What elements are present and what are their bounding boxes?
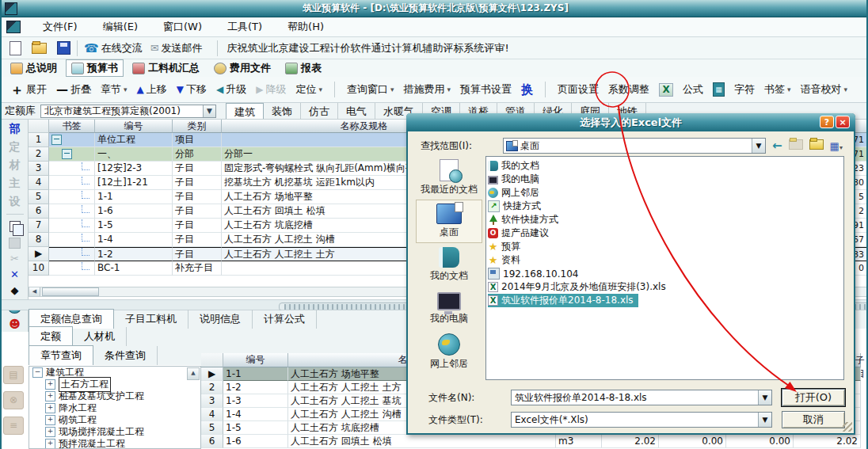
- file-type-select[interactable]: Excel文件(*.Xls) ▼: [511, 412, 772, 428]
- rail-tab-bu[interactable]: 部: [10, 120, 21, 138]
- look-in-select[interactable]: 桌面 ▼: [503, 138, 766, 154]
- locate-dropdown[interactable]: 定位▾: [291, 80, 326, 99]
- resize-grip[interactable]: [843, 422, 852, 432]
- views-icon[interactable]: ▦▾: [830, 140, 843, 152]
- page-setup-button[interactable]: 页面设置: [554, 80, 603, 99]
- report-button[interactable]: 报表: [280, 59, 327, 77]
- new-file-icon[interactable]: [10, 41, 21, 55]
- scroll-up-icon[interactable]: ▲: [187, 367, 200, 380]
- copy-icon[interactable]: [10, 221, 21, 232]
- tree-collapse-icon[interactable]: [51, 135, 62, 145]
- query-window-dropdown[interactable]: 查询窗口▾: [343, 80, 398, 99]
- place-my-documents[interactable]: 我的文档: [416, 243, 482, 287]
- chevron-down-icon[interactable]: ▼: [203, 105, 215, 117]
- tab-quota[interactable]: 定额: [29, 326, 73, 346]
- open-file-icon[interactable]: [32, 43, 47, 54]
- col-code[interactable]: 编号: [223, 353, 288, 367]
- collapse-button[interactable]: —折叠: [52, 80, 95, 99]
- character-label[interactable]: 字符: [730, 80, 759, 99]
- place-my-computer[interactable]: 我的电脑: [416, 287, 482, 330]
- chevron-down-icon[interactable]: ▼: [758, 390, 771, 405]
- col-category[interactable]: 类别: [173, 120, 222, 133]
- current-row-marker[interactable]: ▶: [201, 367, 223, 381]
- help-button[interactable]: ?: [820, 116, 834, 128]
- tab-description[interactable]: 说明信息: [188, 310, 253, 329]
- rail-tab-ding[interactable]: 定: [10, 138, 21, 156]
- file-item-selected[interactable]: X筑业软件报价单2014-8-18.xls: [488, 294, 638, 307]
- tab-jianzhu[interactable]: 建筑: [226, 103, 264, 119]
- table-row[interactable]: 6 1-6 人工土石方 回填土 松填 m3 2.02 0.00 0.00 2.0…: [201, 435, 868, 448]
- formula-button[interactable]: 公式: [679, 80, 707, 99]
- tree-collapse-icon[interactable]: [62, 149, 72, 159]
- voice-proof-dropdown[interactable]: 语音校对▾: [797, 80, 852, 99]
- tree-expand-icon[interactable]: +: [45, 391, 55, 401]
- fee-file-button[interactable]: 费用文件: [208, 59, 276, 77]
- new-folder-icon[interactable]: [809, 139, 824, 150]
- save-icon[interactable]: [57, 41, 70, 55]
- place-recent-documents[interactable]: 我最近的文档: [416, 156, 482, 200]
- col-bookmark[interactable]: 书签: [49, 120, 95, 133]
- tab-fanggu[interactable]: 仿古: [301, 103, 338, 119]
- tree-expand-icon[interactable]: +: [45, 427, 55, 437]
- cancel-button[interactable]: 取消: [782, 411, 845, 428]
- tree-item[interactable]: +土石方工程: [29, 379, 200, 390]
- tree-expand-icon[interactable]: +: [45, 415, 55, 425]
- place-desktop[interactable]: 桌面: [416, 200, 482, 243]
- menu-help[interactable]: 帮助(H): [284, 18, 327, 36]
- move-up-button[interactable]: ▲上移: [133, 80, 171, 99]
- col-code[interactable]: 编号: [95, 120, 173, 133]
- quota-library-select[interactable]: 北京市建筑工程预算定额(2001) ▼: [40, 105, 216, 118]
- tree-expand-icon[interactable]: +: [45, 439, 55, 449]
- file-item[interactable]: ↗快捷方式: [488, 200, 842, 213]
- tree-root[interactable]: −建筑工程: [29, 367, 200, 379]
- current-row-marker[interactable]: ▶: [29, 247, 49, 261]
- file-item[interactable]: ★预算: [488, 240, 842, 253]
- coefficient-adjust-button[interactable]: 系数调整: [604, 80, 653, 99]
- file-item[interactable]: 192.168.10.104: [488, 267, 842, 280]
- menu-edit[interactable]: 编辑(E): [100, 18, 141, 36]
- file-item[interactable]: 网上邻居: [488, 186, 842, 200]
- close-icon[interactable]: ×: [836, 116, 850, 128]
- scroll-left-icon[interactable]: ◀: [29, 287, 40, 296]
- scroll-thumb[interactable]: [42, 287, 99, 296]
- file-item[interactable]: O提产品建议: [488, 226, 842, 240]
- promote-button[interactable]: ◀升级: [212, 80, 250, 99]
- tab-formula[interactable]: 计算公式: [253, 310, 317, 329]
- file-item[interactable]: 我的文档: [488, 159, 842, 173]
- expand-button[interactable]: ＋展开: [6, 80, 51, 99]
- tab-dianqi[interactable]: 电气: [338, 103, 375, 119]
- move-down-button[interactable]: ▼下移: [173, 80, 211, 99]
- user-icon[interactable]: ☻: [9, 316, 21, 332]
- bookmark-dropdown[interactable]: 书签▾: [760, 80, 795, 99]
- general-note-button[interactable]: 总说明: [5, 59, 63, 77]
- tree-expand-icon[interactable]: +: [45, 403, 55, 413]
- rail-tab-zhu[interactable]: 主: [10, 174, 21, 192]
- file-name-input[interactable]: 筑业软件报价单2014-8-18.xls ▼: [511, 390, 772, 405]
- file-item[interactable]: X2014年9月北京及外地值班安排(3).xls: [488, 280, 842, 294]
- tree-item[interactable]: +降水工程: [29, 402, 200, 414]
- tree-collapse-icon[interactable]: −: [32, 367, 43, 378]
- rail-tab-she[interactable]: 设: [10, 192, 21, 211]
- character-button[interactable]: ▦: [709, 80, 729, 99]
- dialog-title-bar[interactable]: 选择导入的Excel文件: [406, 113, 855, 131]
- measure-fee-dropdown[interactable]: 措施费用▾: [400, 80, 455, 99]
- menu-file[interactable]: 文件(F): [40, 18, 81, 36]
- budget-settings-button[interactable]: 预算书设置: [456, 80, 516, 99]
- budget-book-button[interactable]: 预算书: [66, 59, 124, 77]
- tree-item[interactable]: +预拌混凝土工程: [29, 438, 200, 449]
- back-icon[interactable]: ←: [772, 139, 782, 153]
- tree-item[interactable]: +桩基及基坑支护工程: [29, 390, 200, 402]
- rail-tab-cai[interactable]: 材: [10, 156, 21, 174]
- menu-tools[interactable]: 工具(T): [224, 18, 265, 36]
- file-item[interactable]: 我的电脑: [488, 173, 842, 186]
- delete-icon[interactable]: ✕: [10, 267, 19, 283]
- menu-window[interactable]: 窗口(W): [160, 18, 205, 36]
- tab-zhuangshi[interactable]: 装饰: [264, 103, 301, 119]
- tree-item[interactable]: +砌筑工程: [29, 414, 200, 426]
- tab-labor-material[interactable]: 人材机: [73, 327, 127, 346]
- tab-condition-query[interactable]: 条件查询: [93, 346, 158, 365]
- tab-chapter-query[interactable]: 章节查询: [29, 345, 93, 365]
- excel-import-button[interactable]: X: [655, 81, 677, 99]
- tab-item-materials[interactable]: 子目工料机: [114, 310, 188, 329]
- send-mail-button[interactable]: ✉发送邮件: [150, 41, 203, 55]
